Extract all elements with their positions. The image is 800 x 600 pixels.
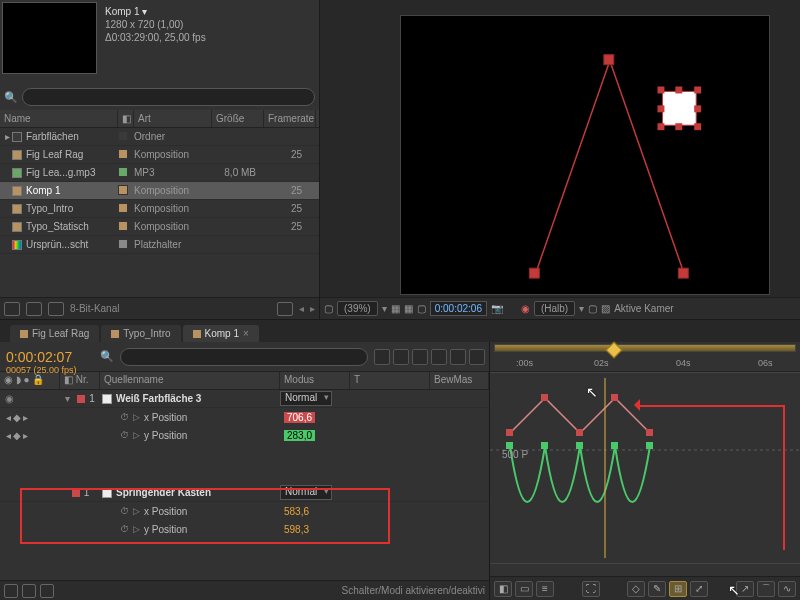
timeline-tab[interactable]: Typo_Intro (101, 325, 180, 342)
project-item[interactable]: Typo_StatischKomposition25 (0, 218, 319, 236)
prev-kf-icon[interactable]: ◂ (6, 412, 11, 423)
svg-rect-14 (541, 394, 548, 401)
ge-sep-dim-icon[interactable]: ◇ (627, 581, 645, 597)
project-search-input[interactable] (22, 88, 315, 106)
tl-opt2-icon[interactable] (393, 349, 409, 365)
view2-icon[interactable]: ▨ (601, 303, 610, 314)
tl-opt5-icon[interactable] (450, 349, 466, 365)
stopwatch-icon[interactable]: ⏱ (120, 412, 129, 422)
comp-name[interactable]: Komp 1 ▾ (105, 6, 206, 17)
ge-ease3-icon[interactable]: ∿ (778, 581, 796, 597)
ge-graph-type-icon[interactable]: ▭ (515, 581, 533, 597)
nav-right-icon[interactable]: ▸ (310, 303, 315, 314)
graph-icon[interactable]: ▷ (133, 430, 140, 440)
close-icon[interactable]: × (243, 328, 249, 339)
svg-rect-11 (694, 105, 701, 112)
toggle-modes-icon[interactable] (22, 584, 36, 598)
tl-opt3-icon[interactable] (412, 349, 428, 365)
ge-options-icon[interactable]: ≡ (536, 581, 554, 597)
graph-icon[interactable]: ▷ (133, 412, 140, 422)
interpret-footage-icon[interactable] (4, 302, 20, 316)
tl-opt6-icon[interactable] (469, 349, 485, 365)
svg-text:500 P: 500 P (502, 449, 528, 460)
svg-rect-2 (604, 55, 614, 65)
trash-icon[interactable] (277, 302, 293, 316)
timeline-tab[interactable]: Komp 1 × (183, 325, 259, 342)
nav-left-icon[interactable]: ◂ (299, 303, 304, 314)
kf-diamond-icon[interactable]: ◆ (13, 412, 21, 423)
res-icon[interactable]: ▦ (391, 303, 400, 314)
camera-label[interactable]: Aktive Kamer (614, 303, 673, 314)
snapshot-icon[interactable]: 📷 (491, 303, 503, 314)
ge-ease1-icon[interactable]: ↗ (736, 581, 754, 597)
project-item[interactable]: Fig Leaf RagKomposition25 (0, 146, 319, 164)
new-comp-icon[interactable] (48, 302, 64, 316)
stopwatch-icon[interactable]: ⏱ (120, 430, 129, 440)
property-value[interactable]: 598,3 (280, 524, 309, 535)
graph-icon[interactable]: ▷ (133, 524, 140, 534)
grid-icon[interactable]: ▦ (404, 303, 413, 314)
project-item[interactable]: Komp 1Komposition25 (0, 182, 319, 200)
property-row[interactable]: ◂◆▸ ⏱▷x Position 706,6 (0, 408, 489, 426)
graph-icon[interactable]: ▷ (133, 506, 140, 516)
ge-snap-icon[interactable]: ⊞ (669, 581, 687, 597)
svg-rect-5 (694, 86, 701, 93)
stopwatch-icon[interactable]: ⏱ (120, 506, 129, 516)
ge-fit-icon[interactable]: ⛶ (582, 581, 600, 597)
project-item[interactable]: ▸FarbflächenOrdner (0, 128, 319, 146)
graph-editor[interactable]: 500 P (490, 372, 800, 564)
next-kf-icon[interactable]: ▸ (23, 412, 28, 423)
svg-rect-8 (675, 86, 682, 93)
next-kf-icon[interactable]: ▸ (23, 430, 28, 441)
property-value[interactable]: 706,6 (284, 412, 315, 423)
layer-row[interactable]: 1 Springender Kasten Normal (0, 484, 489, 502)
property-row[interactable]: ◂◆▸ ⏱▷y Position 283,0 (0, 426, 489, 444)
zoom-ctrl-icon[interactable]: ▢ (324, 303, 333, 314)
svg-rect-16 (611, 394, 618, 401)
toggle-extra-icon[interactable] (40, 584, 54, 598)
project-column-headers[interactable]: Name ◧ Art Größe Framerate (0, 110, 319, 128)
source-name-header[interactable]: Quellenname (100, 372, 280, 389)
timeline-timecode[interactable]: 0:00:02:07 (0, 349, 100, 365)
property-value[interactable]: 583,6 (280, 506, 309, 517)
property-value[interactable]: 283,0 (284, 430, 315, 441)
property-row[interactable]: ⏱▷y Position 598,3 (0, 520, 489, 538)
blend-mode-select[interactable]: Normal (280, 485, 332, 500)
ge-ease2-icon[interactable]: ⌒ (757, 581, 775, 597)
graph-editor-panel: :00s 02s 04s 06s 500 P (490, 342, 800, 600)
ge-choose-props-icon[interactable]: ◧ (494, 581, 512, 597)
layer-name: Springender Kasten (116, 487, 211, 498)
viewer-canvas[interactable] (400, 15, 770, 295)
ge-autozoom-icon[interactable]: ⤢ (690, 581, 708, 597)
bit-depth-button[interactable]: 8-Bit-Kanal (70, 303, 119, 314)
svg-rect-7 (694, 123, 701, 130)
svg-rect-21 (611, 442, 618, 449)
viewer-timecode[interactable]: 0:00:02:06 (430, 301, 487, 316)
view1-icon[interactable]: ▢ (588, 303, 597, 314)
zoom-select[interactable]: (39%) (337, 301, 378, 316)
svg-rect-9 (675, 123, 682, 130)
timeline-search-input[interactable] (120, 348, 368, 366)
tl-opt1-icon[interactable] (374, 349, 390, 365)
mask-icon[interactable]: ▢ (417, 303, 426, 314)
channel-icon[interactable]: ◉ (521, 303, 530, 314)
new-folder-icon[interactable] (26, 302, 42, 316)
search-icon: 🔍 (4, 91, 18, 104)
prev-kf-icon[interactable]: ◂ (6, 430, 11, 441)
quality-select[interactable]: (Halb) (534, 301, 575, 316)
project-item[interactable]: Fig Lea...g.mp3MP38,0 MB (0, 164, 319, 182)
tl-opt4-icon[interactable] (431, 349, 447, 365)
ge-edit-icon[interactable]: ✎ (648, 581, 666, 597)
property-row[interactable]: ⏱▷x Position 583,6 (0, 502, 489, 520)
kf-diamond-icon[interactable]: ◆ (13, 430, 21, 441)
toggle-switches-icon[interactable] (4, 584, 18, 598)
time-ruler[interactable]: :00s 02s 04s 06s (490, 342, 800, 372)
eye-icon[interactable]: ◉ (2, 393, 16, 404)
comp-thumbnail[interactable] (2, 2, 97, 74)
blend-mode-select[interactable]: Normal (280, 391, 332, 406)
layer-row[interactable]: ◉ ▾1 Weiß Farbfläche 3 Normal (0, 390, 489, 408)
timeline-tab[interactable]: Fig Leaf Rag (10, 325, 99, 342)
project-item[interactable]: Ursprün...schtPlatzhalter (0, 236, 319, 254)
project-item[interactable]: Typo_IntroKomposition25 (0, 200, 319, 218)
stopwatch-icon[interactable]: ⏱ (120, 524, 129, 534)
